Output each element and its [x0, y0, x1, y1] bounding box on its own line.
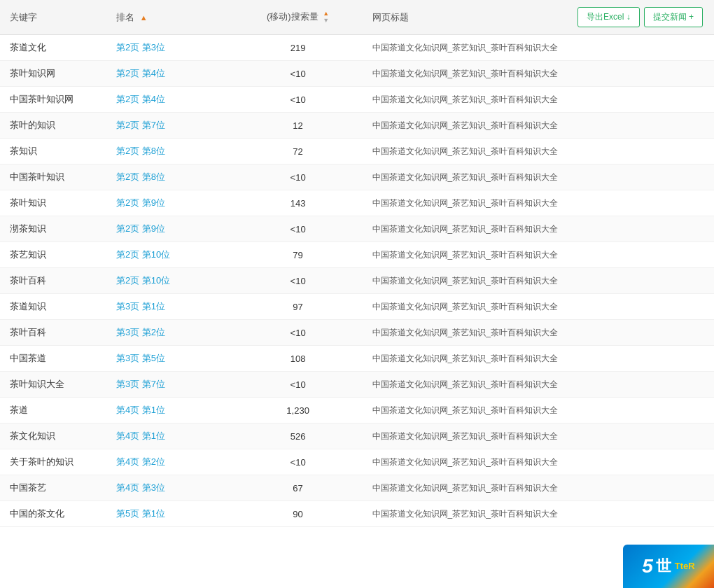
rank-cell: 第2页 第8位: [106, 139, 234, 164]
page-title-cell: 中国茶道文化知识网_茶艺知识_茶叶百科知识大全: [363, 139, 568, 164]
keyword-cell: 茶叶百科: [0, 320, 106, 346]
page-title-cell: 中国茶道文化知识网_茶艺知识_茶叶百科知识大全: [363, 268, 568, 294]
page-title-cell: 中国茶道文化知识网_茶艺知识_茶叶百科知识大全: [363, 372, 568, 398]
table-row: 中国茶艺 第4页 第3位 67 中国茶道文化知识网_茶艺知识_茶叶百科知识大全: [0, 475, 714, 501]
search-vol-cell: <10: [234, 320, 363, 346]
actions-cell: [568, 398, 714, 424]
search-vol-cell: 72: [234, 139, 363, 164]
search-vol-cell: 108: [234, 346, 363, 372]
actions-cell: [568, 139, 714, 164]
search-vol-cell: 79: [234, 242, 363, 268]
search-vol-cell: <10: [234, 61, 363, 87]
search-vol-cell: 12: [234, 113, 363, 139]
col-header-page-title: 网页标题: [363, 0, 568, 35]
search-vol-cell: <10: [234, 87, 363, 113]
sort-asc-icon[interactable]: ▲: [140, 13, 148, 22]
keyword-cell: 茶叶知识大全: [0, 372, 106, 398]
table-row: 沏茶知识 第2页 第9位 <10 中国茶道文化知识网_茶艺知识_茶叶百科知识大全: [0, 216, 714, 242]
export-excel-button[interactable]: 导出Excel ↓: [578, 7, 640, 27]
rank-link[interactable]: 第4页 第1位: [116, 405, 165, 415]
keyword-cell: 关于茶叶的知识: [0, 449, 106, 475]
rank-cell: 第2页 第3位: [106, 35, 234, 61]
rank-link[interactable]: 第2页 第7位: [116, 120, 165, 130]
page-title-cell: 中国茶道文化知识网_茶艺知识_茶叶百科知识大全: [363, 216, 568, 242]
keyword-cell: 沏茶知识: [0, 216, 106, 242]
keyword-cell: 中国茶道: [0, 346, 106, 372]
rank-link[interactable]: 第2页 第9位: [116, 223, 165, 234]
rank-cell: 第3页 第2位: [106, 320, 234, 346]
search-vol-cell: <10: [234, 372, 363, 398]
keyword-cell: 茶知识: [0, 139, 106, 164]
keyword-cell: 茶文化知识: [0, 424, 106, 449]
keyword-cell: 中国茶叶知识: [0, 164, 106, 190]
page-title-cell: 中国茶道文化知识网_茶艺知识_茶叶百科知识大全: [363, 61, 568, 87]
action-buttons: 导出Excel ↓ 提交新闻 +: [578, 7, 703, 27]
submit-label: 提交新闻: [653, 12, 687, 22]
col-header-keyword: 关键字: [0, 0, 106, 35]
search-vol-cell: <10: [234, 449, 363, 475]
rank-link[interactable]: 第2页 第8位: [116, 146, 165, 156]
rank-link[interactable]: 第2页 第8位: [116, 172, 165, 182]
submit-news-button[interactable]: 提交新闻 +: [644, 7, 703, 27]
keyword-cell: 中国茶艺: [0, 475, 106, 501]
table-row: 茶叶的知识 第2页 第7位 12 中国茶道文化知识网_茶艺知识_茶叶百科知识大全: [0, 113, 714, 139]
page-title-cell: 中国茶道文化知识网_茶艺知识_茶叶百科知识大全: [363, 346, 568, 372]
table-row: 茶叶知识大全 第3页 第7位 <10 中国茶道文化知识网_茶艺知识_茶叶百科知识…: [0, 372, 714, 398]
actions-cell: [568, 35, 714, 61]
actions-cell: [568, 501, 714, 527]
keyword-cell: 茶叶知识网: [0, 61, 106, 87]
rank-link[interactable]: 第3页 第1位: [116, 301, 165, 312]
search-vol-cell: 219: [234, 35, 363, 61]
rank-link[interactable]: 第2页 第10位: [116, 275, 170, 286]
actions-cell: [568, 216, 714, 242]
search-vol-cell: 97: [234, 294, 363, 320]
actions-cell: [568, 372, 714, 398]
rank-link[interactable]: 第3页 第5位: [116, 353, 165, 363]
rank-cell: 第2页 第9位: [106, 216, 234, 242]
page-title-cell: 中国茶道文化知识网_茶艺知识_茶叶百科知识大全: [363, 190, 568, 216]
rank-cell: 第2页 第10位: [106, 268, 234, 294]
page-title-cell: 中国茶道文化知识网_茶艺知识_茶叶百科知识大全: [363, 398, 568, 424]
actions-cell: [568, 113, 714, 139]
search-vol-cell: 90: [234, 501, 363, 527]
search-vol-cell: <10: [234, 164, 363, 190]
actions-cell: [568, 61, 714, 87]
page-title-cell: 中国茶道文化知识网_茶艺知识_茶叶百科知识大全: [363, 294, 568, 320]
keyword-cell: 中国茶叶知识网: [0, 87, 106, 113]
submit-icon: +: [689, 12, 694, 22]
sort-arrows-search[interactable]: ▲ ▼: [323, 10, 329, 24]
search-vol-label: (移动)搜索量: [267, 11, 318, 22]
rank-link[interactable]: 第2页 第9位: [116, 197, 165, 208]
keyword-cell: 茶叶的知识: [0, 113, 106, 139]
keyword-cell: 茶叶百科: [0, 268, 106, 294]
keyword-cell: 茶叶知识: [0, 190, 106, 216]
rank-link[interactable]: 第2页 第4位: [116, 68, 165, 78]
keyword-cell: 茶道知识: [0, 294, 106, 320]
actions-cell: [568, 346, 714, 372]
rank-link[interactable]: 第2页 第10位: [116, 249, 170, 260]
rank-link[interactable]: 第2页 第4位: [116, 94, 165, 104]
rank-link[interactable]: 第4页 第2位: [116, 456, 165, 467]
rank-link[interactable]: 第5页 第1位: [116, 508, 165, 519]
table-row: 中国茶叶知识网 第2页 第4位 <10 中国茶道文化知识网_茶艺知识_茶叶百科知…: [0, 87, 714, 113]
rank-cell: 第4页 第2位: [106, 449, 234, 475]
keyword-cell: 茶道文化: [0, 35, 106, 61]
table-row: 关于茶叶的知识 第4页 第2位 <10 中国茶道文化知识网_茶艺知识_茶叶百科知…: [0, 449, 714, 475]
page-title-cell: 中国茶道文化知识网_茶艺知识_茶叶百科知识大全: [363, 164, 568, 190]
rank-link[interactable]: 第4页 第1位: [116, 430, 165, 441]
rank-link[interactable]: 第3页 第2位: [116, 327, 165, 337]
actions-cell: [568, 424, 714, 449]
rank-link[interactable]: 第2页 第3位: [116, 42, 165, 52]
table-row: 茶艺知识 第2页 第10位 79 中国茶道文化知识网_茶艺知识_茶叶百科知识大全: [0, 242, 714, 268]
page-title-cell: 中国茶道文化知识网_茶艺知识_茶叶百科知识大全: [363, 113, 568, 139]
table-row: 茶叶百科 第3页 第2位 <10 中国茶道文化知识网_茶艺知识_茶叶百科知识大全: [0, 320, 714, 346]
search-vol-cell: <10: [234, 268, 363, 294]
rank-link[interactable]: 第3页 第7位: [116, 379, 165, 389]
rank-cell: 第2页 第4位: [106, 87, 234, 113]
export-label: 导出Excel: [587, 12, 624, 22]
col-header-search-vol: (移动)搜索量 ▲ ▼: [234, 0, 363, 35]
table-row: 茶道知识 第3页 第1位 97 中国茶道文化知识网_茶艺知识_茶叶百科知识大全: [0, 294, 714, 320]
page-title-cell: 中国茶道文化知识网_茶艺知识_茶叶百科知识大全: [363, 501, 568, 527]
table-row: 中国茶道 第3页 第5位 108 中国茶道文化知识网_茶艺知识_茶叶百科知识大全: [0, 346, 714, 372]
rank-link[interactable]: 第4页 第3位: [116, 482, 165, 493]
